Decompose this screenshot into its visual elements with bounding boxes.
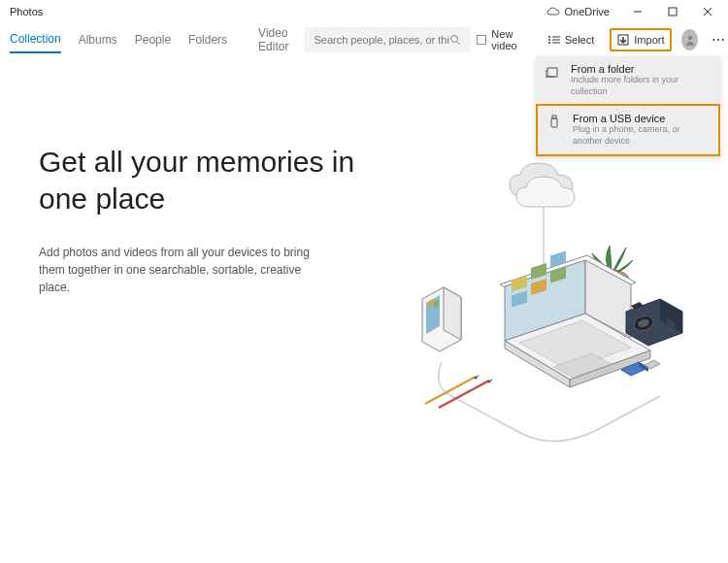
search-box[interactable] (304, 27, 471, 52)
tab-people[interactable]: People (135, 27, 171, 52)
search-icon (449, 34, 461, 46)
import-icon (617, 34, 629, 46)
more-button[interactable]: ⋯ (708, 32, 728, 48)
window-controls: OneDrive (546, 1, 724, 22)
toolbar: Collection Albums People Folders Video E… (0, 23, 728, 56)
import-button[interactable]: Import (610, 28, 672, 51)
dropdown-usb-title: From a USB device (573, 113, 709, 124)
hero-copy: Get all your memories in one place Add p… (39, 144, 369, 454)
tab-albums[interactable]: Albums (79, 27, 117, 52)
cloud-icon (546, 7, 560, 17)
user-avatar[interactable] (681, 29, 697, 50)
tab-video-editor[interactable]: Video Editor (258, 26, 288, 53)
onedrive-button[interactable]: OneDrive (546, 6, 610, 17)
dropdown-folder-title: From a folder (571, 63, 711, 75)
person-icon (684, 34, 696, 46)
svg-line-32 (439, 381, 489, 408)
hero-body: Add photos and videos from all your devi… (39, 244, 320, 296)
import-dropdown: From a folder Include more folders in yo… (536, 56, 720, 156)
toolbar-actions: New video Select Import ⋯ (471, 24, 728, 55)
tab-collection[interactable]: Collection (10, 26, 61, 53)
usb-icon (547, 115, 563, 128)
folder-icon (546, 65, 561, 79)
select-button[interactable]: Select (543, 30, 601, 50)
svg-line-5 (457, 42, 460, 45)
svg-line-31 (425, 377, 476, 404)
dropdown-from-folder[interactable]: From a folder Include more folders in yo… (536, 56, 720, 104)
dropdown-folder-subtitle: Include more folders in your collection (571, 75, 711, 97)
svg-point-11 (548, 39, 550, 41)
svg-rect-1 (669, 8, 677, 16)
nav-tabs: Collection Albums People Folders (10, 26, 227, 53)
svg-point-15 (687, 36, 691, 40)
minimize-button[interactable] (621, 1, 654, 22)
select-label: Select (565, 34, 595, 46)
hero-illustration (379, 144, 728, 454)
maximize-button[interactable] (656, 1, 689, 22)
app-title: Photos (10, 6, 43, 17)
svg-point-4 (451, 36, 458, 43)
svg-point-10 (548, 36, 550, 38)
video-icon (477, 35, 486, 45)
svg-rect-16 (547, 68, 557, 77)
hero-heading: Get all your memories in one place (39, 144, 369, 216)
onedrive-label: OneDrive (565, 6, 610, 17)
search-input[interactable] (314, 34, 449, 46)
new-video-button[interactable]: New video (471, 24, 532, 55)
new-video-label: New video (491, 28, 526, 51)
tab-folders[interactable]: Folders (188, 27, 227, 52)
import-label: Import (634, 34, 664, 46)
titlebar: Photos OneDrive (0, 0, 728, 23)
svg-point-12 (548, 42, 550, 44)
svg-rect-6 (477, 35, 486, 45)
select-icon (548, 35, 560, 45)
close-button[interactable] (691, 1, 724, 22)
svg-rect-18 (551, 118, 557, 127)
